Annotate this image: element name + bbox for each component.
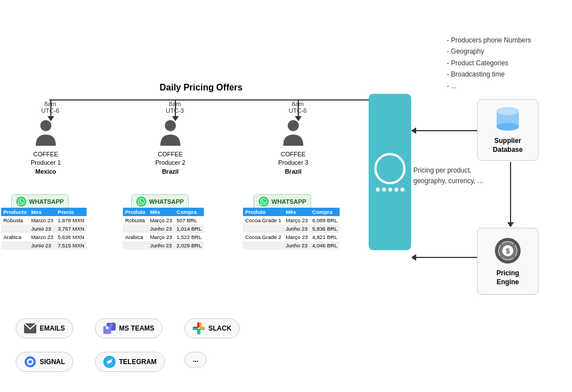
producer-3-block: COFFEE Producer 3 Brazil	[278, 119, 308, 176]
telegram-button[interactable]: TELEGRAM	[95, 352, 165, 372]
table2-col1: Produto	[123, 208, 147, 216]
signal-icon	[24, 356, 36, 368]
telegram-icon	[103, 356, 116, 368]
slack-label: SLACK	[208, 324, 231, 332]
svg-point-2	[288, 120, 299, 131]
arrow-down-right	[507, 162, 514, 227]
price-table-2: Produto Mês Compra Robusta Março 23 507 …	[123, 208, 204, 250]
table-row: Cocoa Grade 1 Março 23 6,089 BRL	[243, 216, 340, 224]
whatsapp-badge-1[interactable]: WHATSAPP	[11, 194, 69, 209]
svg-rect-22	[197, 329, 199, 334]
ring-dot	[394, 188, 398, 192]
ring-icon	[374, 153, 406, 184]
whatsapp-badge-3[interactable]: WHATSAPP	[254, 194, 311, 209]
wa-label-3: WHATSAPP	[271, 198, 306, 205]
table-row: Robusta Marzo 23 1,878 MXN	[1, 216, 87, 224]
main-container: Daily Pricing Offers - Producers phone N…	[0, 0, 572, 392]
arrowhead-left-2	[411, 254, 416, 261]
teams-icon	[103, 322, 116, 334]
database-icon-svg	[494, 106, 522, 133]
slack-button[interactable]: SLACK	[184, 318, 240, 338]
table-row: Junio 23 3,757 MXN	[1, 224, 87, 233]
center-bar-content	[374, 153, 406, 192]
producer-2-name: COFFEE Producer 2 Brazil	[155, 150, 185, 176]
supplier-db-label: Supplier Database	[493, 137, 522, 154]
svg-point-6	[497, 107, 519, 115]
pricing-engine-box: $ Pricing Engine	[477, 228, 538, 295]
producer-1-block: COFFEE Producer 1 Mexico	[31, 119, 61, 176]
table1-col3: Precio	[55, 208, 87, 216]
table2-col2: Mês	[147, 208, 174, 216]
arrow-down-right-line	[510, 162, 511, 222]
svg-point-0	[40, 120, 51, 131]
wa-label-1: WHATSAPP	[29, 198, 64, 205]
emails-button[interactable]: EMAILS	[16, 318, 73, 338]
info-line-5: - ...	[447, 80, 531, 92]
svg-point-27	[28, 360, 32, 364]
table-row: Junho 23 2,029 BRL	[123, 241, 204, 250]
wa-icon-3	[259, 197, 269, 207]
pricing-engine-label: Pricing Engine	[497, 269, 519, 286]
ring-dot	[382, 188, 386, 192]
table3-col3: Compra	[310, 208, 340, 216]
info-line-1: - Producers phone Numbers	[447, 35, 531, 46]
gear-icon-svg: $	[493, 236, 523, 266]
table-row: Junio 23 7,515 MXN	[1, 241, 87, 250]
email-icon	[24, 322, 36, 334]
arrow-line-horizontal-2	[416, 257, 478, 258]
db-cylinder-icon	[494, 106, 522, 133]
table-row: Junho 23 5,836 BRL	[243, 224, 340, 233]
svg-rect-24	[199, 327, 205, 329]
info-text-block: - Producers phone Numbers - Geography - …	[447, 35, 531, 92]
msteams-button[interactable]: MS TEAMS	[95, 318, 163, 338]
table-row: Junho 23 1,014 BRL	[123, 224, 204, 233]
producer-1-name: COFFEE Producer 1 Mexico	[31, 150, 61, 176]
pricing-label: Pricing per product,geography, currency,…	[413, 165, 484, 187]
signal-label: SIGNAL	[40, 358, 65, 366]
table-row: Arabica Marzo 23 5,636 MXN	[1, 233, 87, 241]
person-icon-2	[158, 119, 183, 148]
emails-label: EMAILS	[40, 324, 65, 332]
h-line	[49, 99, 370, 101]
telegram-label: TELEGRAM	[119, 358, 156, 366]
info-line-2: - Geography	[447, 46, 531, 57]
more-label: ...	[193, 356, 198, 364]
producer-3-name: COFFEE Producer 3 Brazil	[278, 150, 308, 176]
table3-col1: Produto	[243, 208, 283, 216]
table-row: Robusta Março 23 507 BRL	[123, 216, 204, 224]
slack-icon	[193, 322, 205, 334]
table-row: Arabica Março 23 1,522 BRL	[123, 233, 204, 241]
info-line-3: - Product Categories	[447, 58, 531, 69]
wa-icon-2	[136, 197, 146, 207]
arrowhead-left	[411, 127, 416, 134]
person-icon-1	[34, 119, 58, 148]
price-table-3: Produto Mês Compra Cocoa Grade 1 Março 2…	[243, 208, 340, 250]
time-label-2: 8am UTC-3	[158, 101, 192, 114]
svg-point-1	[165, 120, 176, 131]
price-table-1: Producto Mes Precio Robusta Marzo 23 1,8…	[1, 208, 87, 250]
svg-point-5	[497, 123, 519, 131]
ring-dot	[401, 188, 404, 192]
table-row: Junho 23 4,046 BRL	[243, 241, 340, 250]
svg-point-15	[106, 327, 109, 329]
whatsapp-badge-2[interactable]: WHATSAPP	[131, 194, 189, 209]
producer-2-block: COFFEE Producer 2 Brazil	[155, 119, 185, 176]
signal-button[interactable]: SIGNAL	[16, 352, 73, 372]
info-line-4: - Broadcasting time	[447, 69, 531, 80]
time-label-1: 8am UTC-6	[34, 101, 67, 114]
table2-col3: Compra	[174, 208, 204, 216]
table1-col2: Mes	[29, 208, 56, 216]
svg-text:$: $	[506, 247, 510, 255]
svg-rect-16	[104, 329, 110, 333]
arrow-to-center-bar	[411, 127, 478, 134]
msteams-label: MS TEAMS	[119, 324, 154, 332]
page-title: Daily Pricing Offers	[28, 83, 374, 93]
ring-dot	[388, 188, 392, 192]
table1-col1: Producto	[1, 208, 29, 216]
arrow-line-horizontal	[416, 130, 478, 131]
person-icon-3	[281, 119, 306, 148]
table3-col2: Mês	[283, 208, 310, 216]
more-button[interactable]: ...	[184, 352, 207, 367]
ring-dot	[376, 188, 380, 192]
wa-icon-1	[16, 197, 26, 207]
